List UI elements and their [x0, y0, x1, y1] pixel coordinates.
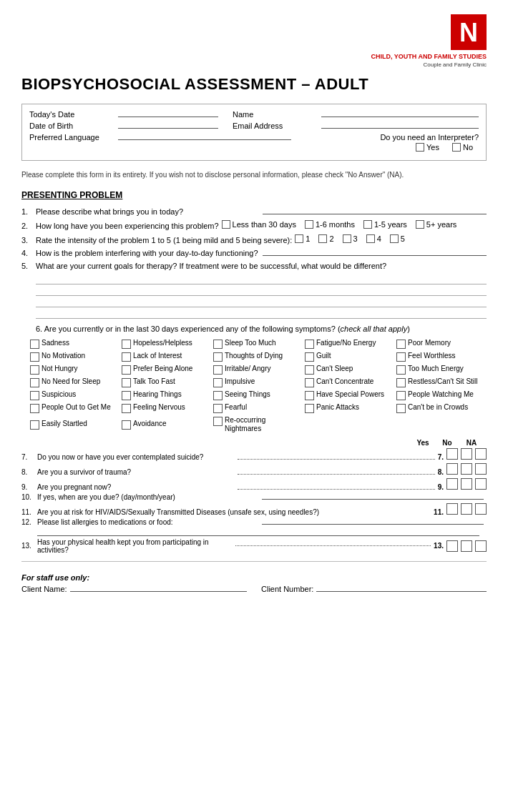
sadness-cb[interactable] [30, 340, 39, 349]
sadness-label: Sadness [41, 339, 69, 347]
staff-label: For staff use only: [21, 573, 487, 582]
easily-startled-cb[interactable] [30, 420, 39, 430]
q5-line-2[interactable] [36, 286, 487, 296]
irritable-cb[interactable] [213, 365, 223, 375]
symptom-cell: Re-occurring Nightmares [212, 415, 303, 435]
client-name-line[interactable] [70, 591, 247, 592]
symptom-cell: Feel Worthless [395, 350, 487, 363]
reoccurring-nightmares-cb[interactable] [213, 417, 223, 426]
q3-opt2[interactable]: 2 [318, 234, 333, 243]
symptom-no-motivation: No Motivation [30, 352, 119, 362]
q2-opt4[interactable]: 5+ years [416, 220, 457, 229]
avoidance-cb[interactable] [122, 420, 131, 430]
email-field[interactable] [321, 128, 479, 129]
special-powers-cb[interactable] [305, 391, 314, 400]
symptom-impulsive: Impulsive [213, 377, 302, 387]
suspicious-cb[interactable] [30, 391, 39, 400]
q13-yes-box[interactable] [446, 540, 458, 552]
q8-na-box[interactable] [475, 463, 487, 475]
symptom-cell: Prefer Being Alone [120, 363, 212, 376]
thoughts-dying-cb[interactable] [213, 352, 223, 362]
q5-text: What are your current goals for therapy?… [36, 262, 487, 270]
no-motivation-label: No Motivation [41, 352, 85, 360]
fearful-cb[interactable] [213, 404, 223, 413]
q12-extra-line[interactable] [37, 528, 479, 536]
lack-interest-cb[interactable] [122, 352, 131, 362]
feeling-nervous-cb[interactable] [122, 404, 131, 413]
q11-text: Are you at risk for HIV/AIDS/Sexually Tr… [37, 508, 431, 516]
q2-opt1[interactable]: Less than 30 days [222, 220, 296, 229]
too-much-energy-cb[interactable] [396, 365, 406, 375]
q13-na-box[interactable] [475, 540, 487, 552]
q4-num: 4. [21, 249, 36, 257]
question-2: 2. How long have you been experiencing t… [21, 220, 487, 230]
impulsive-cb[interactable] [213, 378, 223, 387]
panic-attacks-cb[interactable] [305, 404, 314, 413]
poor-memory-cb[interactable] [396, 340, 406, 349]
guilt-cb[interactable] [305, 352, 314, 362]
sleep-too-much-cb[interactable] [213, 340, 223, 349]
q11-yes-box[interactable] [446, 503, 458, 515]
today-date-field[interactable] [118, 117, 218, 117]
q5-line-1[interactable] [36, 274, 487, 284]
symptom-cell: Impulsive [212, 376, 303, 389]
q11-na-box[interactable] [475, 503, 487, 515]
client-number-line[interactable] [316, 591, 487, 592]
q13-no-box[interactable] [461, 540, 472, 552]
preferred-language-field[interactable] [118, 139, 291, 140]
q9-yn-boxes [446, 478, 487, 490]
q7-no-box[interactable] [461, 448, 472, 460]
people-watching-cb[interactable] [396, 391, 406, 400]
q2-opt3[interactable]: 1-5 years [363, 220, 407, 229]
talk-fast-cb[interactable] [122, 378, 131, 387]
q9-na-box[interactable] [475, 478, 487, 490]
restless-cb[interactable] [396, 378, 406, 387]
q2-opt2[interactable]: 1-6 months [305, 220, 355, 229]
q12-line[interactable] [262, 524, 484, 525]
q7-yes-box[interactable] [446, 448, 458, 460]
q8-yn-boxes [446, 463, 487, 475]
not-hungry-cb[interactable] [30, 365, 39, 375]
symptoms-row-5: Suspicious Hearing Things Seeing Things [29, 389, 487, 402]
people-out-cb[interactable] [30, 404, 39, 413]
cant-concentrate-cb[interactable] [305, 378, 314, 387]
q8-no-box[interactable] [461, 463, 472, 475]
panic-attacks-label: Panic Attacks [316, 403, 359, 412]
q3-opt1[interactable]: 1 [295, 234, 310, 243]
yes-cb-box[interactable] [416, 143, 424, 152]
q10-text: If yes, when are you due? (day/month/yea… [37, 493, 259, 501]
q11-no-box[interactable] [461, 503, 472, 515]
symptom-cell: Can't Sleep [303, 363, 395, 376]
no-need-sleep-cb[interactable] [30, 378, 39, 387]
fatigue-cb[interactable] [305, 340, 314, 349]
dob-field[interactable] [118, 128, 218, 129]
q3-opt4[interactable]: 4 [366, 234, 381, 243]
symptom-cell: Can't be in Crowds [395, 402, 487, 415]
q7-yn-boxes [446, 448, 487, 460]
no-checkbox[interactable]: No [452, 143, 473, 152]
q3-opt5[interactable]: 5 [390, 234, 405, 243]
q5-answer-area[interactable] [36, 274, 487, 319]
yes-checkbox[interactable]: Yes [416, 143, 439, 152]
q9-no-box[interactable] [461, 478, 472, 490]
q5-line-4[interactable] [36, 309, 487, 319]
feel-worthless-cb[interactable] [396, 352, 406, 362]
no-motivation-cb[interactable] [30, 352, 39, 362]
q8-yes-box[interactable] [446, 463, 458, 475]
q5-line-3[interactable] [36, 297, 487, 307]
hopeless-cb[interactable] [122, 340, 131, 349]
no-cb-box[interactable] [452, 143, 461, 152]
name-field[interactable] [321, 117, 479, 117]
q4-answer-line[interactable] [263, 255, 487, 256]
q1-answer-line[interactable] [263, 214, 487, 214]
q9-yes-box[interactable] [446, 478, 458, 490]
seeing-things-cb[interactable] [213, 391, 223, 400]
hearing-things-cb[interactable] [122, 391, 131, 400]
prefer-alone-cb[interactable] [122, 365, 131, 375]
language-row: Preferred Language Do you need an Interp… [29, 133, 479, 152]
q7-na-box[interactable] [475, 448, 487, 460]
q10-line[interactable] [262, 499, 484, 500]
cant-sleep-cb[interactable] [305, 365, 314, 375]
cant-crowds-cb[interactable] [396, 404, 406, 413]
q3-opt3[interactable]: 3 [343, 234, 358, 243]
